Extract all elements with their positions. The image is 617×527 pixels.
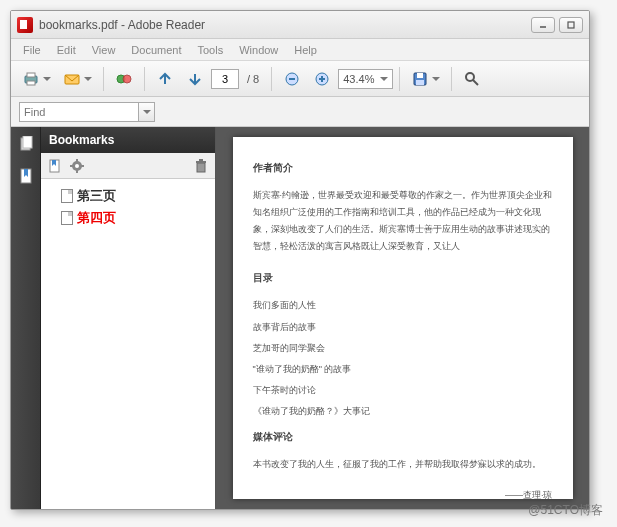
svg-rect-15: [416, 80, 424, 85]
svg-rect-28: [197, 163, 205, 172]
zoom-level-select[interactable]: 43.4%: [338, 69, 393, 89]
pdf-file-icon: [17, 17, 33, 33]
separator: [144, 67, 145, 91]
toc-line: 下午茶时的讨论: [253, 382, 553, 399]
svg-rect-4: [27, 81, 35, 85]
separator: [399, 67, 400, 91]
find-options-dropdown[interactable]: [139, 102, 155, 122]
bookmark-label: 第四页: [77, 209, 116, 227]
maximize-button[interactable]: [559, 17, 583, 33]
svg-point-16: [466, 73, 474, 81]
prev-page-button[interactable]: [151, 66, 179, 92]
bookmarks-panel-icon[interactable]: [17, 167, 35, 185]
body-text: 斯宾塞·约翰逊，世界最受欢迎和最受尊敬的作家之一。作为世界顶尖企业和知名组织广泛…: [253, 187, 553, 255]
svg-rect-14: [417, 73, 423, 78]
minimize-button[interactable]: [531, 17, 555, 33]
svg-point-23: [75, 164, 79, 168]
page-number-input[interactable]: [211, 69, 239, 89]
pdf-page: 作者简介 斯宾塞·约翰逊，世界最受欢迎和最受尊敬的作家之一。作为世界顶尖企业和知…: [233, 137, 573, 499]
title-bar: bookmarks.pdf - Adobe Reader: [11, 11, 589, 39]
menu-tools[interactable]: Tools: [190, 42, 232, 58]
bookmark-item[interactable]: 第四页: [45, 207, 211, 229]
save-button[interactable]: [406, 66, 445, 92]
separator: [103, 67, 104, 91]
section-heading: 目录: [253, 269, 553, 287]
section-heading: 作者简介: [253, 159, 553, 177]
next-page-button[interactable]: [181, 66, 209, 92]
page-icon: [61, 211, 73, 225]
find-input[interactable]: [19, 102, 139, 122]
document-viewport[interactable]: 作者简介 斯宾塞·约翰逊，世界最受欢迎和最受尊敬的作家之一。作为世界顶尖企业和知…: [216, 127, 589, 509]
window-controls: [531, 17, 583, 33]
bookmark-label: 第三页: [77, 187, 116, 205]
page-total-label: / 8: [247, 73, 259, 85]
svg-rect-1: [568, 22, 574, 28]
zoom-out-button[interactable]: [278, 66, 306, 92]
main-toolbar: / 8 43.4%: [11, 61, 589, 97]
menu-view[interactable]: View: [84, 42, 124, 58]
separator: [271, 67, 272, 91]
options-gear-icon[interactable]: [69, 158, 85, 174]
trash-icon[interactable]: [193, 158, 209, 174]
menu-file[interactable]: File: [15, 42, 49, 58]
menu-edit[interactable]: Edit: [49, 42, 84, 58]
signature-line: ——查理·琼: [253, 487, 553, 504]
body-text: 本书改变了我的人生，征服了我的工作，并帮助我取得梦寐以求的成功。: [253, 456, 553, 473]
toc-line: 芝加哥的同学聚会: [253, 340, 553, 357]
watermark: @51CTO博客: [528, 502, 603, 519]
menu-bar: File Edit View Document Tools Window Hel…: [11, 39, 589, 61]
toc-line: 我们多面的人性: [253, 297, 553, 314]
menu-window[interactable]: Window: [231, 42, 286, 58]
content-area: Bookmarks 第三页 第四页 作者简介 斯: [11, 127, 589, 509]
svg-line-17: [473, 80, 478, 85]
toc-line: 《谁动了我的奶酪？》大事记: [253, 403, 553, 420]
bookmarks-panel: Bookmarks 第三页 第四页: [41, 127, 216, 509]
nav-strip: [11, 127, 41, 509]
bookmark-item[interactable]: 第三页: [45, 185, 211, 207]
pages-panel-icon[interactable]: [17, 135, 35, 153]
svg-rect-29: [196, 161, 206, 163]
print-button[interactable]: [17, 66, 56, 92]
find-bar: [11, 97, 589, 127]
collab-button[interactable]: [110, 66, 138, 92]
bookmarks-toolbar: [41, 153, 215, 179]
zoom-value: 43.4%: [343, 73, 374, 85]
menu-help[interactable]: Help: [286, 42, 325, 58]
window-title: bookmarks.pdf - Adobe Reader: [39, 18, 531, 32]
email-button[interactable]: [58, 66, 97, 92]
bookmark-tree: 第三页 第四页: [41, 179, 215, 235]
zoom-in-button[interactable]: [308, 66, 336, 92]
search-button[interactable]: [458, 66, 486, 92]
bookmarks-header: Bookmarks: [41, 127, 215, 153]
svg-point-7: [123, 75, 131, 83]
svg-rect-3: [27, 73, 35, 77]
new-bookmark-icon[interactable]: [47, 158, 63, 174]
toc-line: 故事背后的故事: [253, 319, 553, 336]
section-heading: 媒体评论: [253, 428, 553, 446]
menu-document[interactable]: Document: [123, 42, 189, 58]
page-icon: [61, 189, 73, 203]
toc-line: "谁动了我的奶酪" 的故事: [253, 361, 553, 378]
separator: [451, 67, 452, 91]
svg-rect-19: [23, 136, 32, 148]
app-window: bookmarks.pdf - Adobe Reader File Edit V…: [10, 10, 590, 510]
svg-rect-30: [199, 159, 203, 161]
